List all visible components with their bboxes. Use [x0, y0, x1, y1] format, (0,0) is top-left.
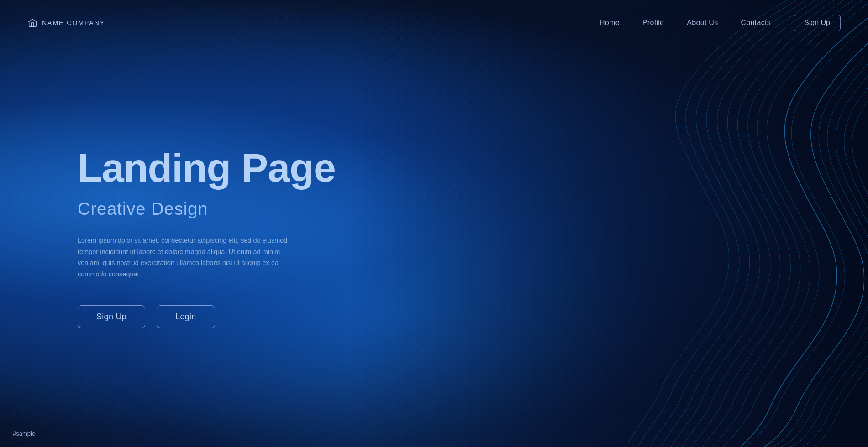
hero-section: Landing Page Creative Design Lorem ipsum… [0, 0, 868, 447]
hero-signup-button[interactable]: Sign Up [78, 305, 145, 328]
logo-text: NAME COMPANY [42, 19, 105, 26]
home-icon [27, 18, 37, 28]
nav-item-home[interactable]: Home [600, 19, 620, 27]
nav-links: Home Profile About Us Contacts Sign Up [600, 15, 841, 31]
hashtag-label: #sample [8, 428, 40, 439]
hero-body-text: Lorem ipsum dolor sit amet, consectetur … [78, 235, 301, 280]
nav-item-profile[interactable]: Profile [642, 19, 664, 27]
hero-title: Landing Page [78, 146, 868, 190]
hero-login-button[interactable]: Login [157, 305, 215, 328]
logo[interactable]: NAME COMPANY [27, 18, 105, 28]
nav-signup-button[interactable]: Sign Up [794, 15, 841, 31]
hero-buttons: Sign Up Login [78, 305, 868, 328]
nav-item-contacts[interactable]: Contacts [741, 19, 771, 27]
nav-item-about[interactable]: About Us [687, 19, 718, 27]
hero-subtitle: Creative Design [78, 199, 868, 219]
navbar: NAME COMPANY Home Profile About Us Conta… [0, 0, 868, 46]
